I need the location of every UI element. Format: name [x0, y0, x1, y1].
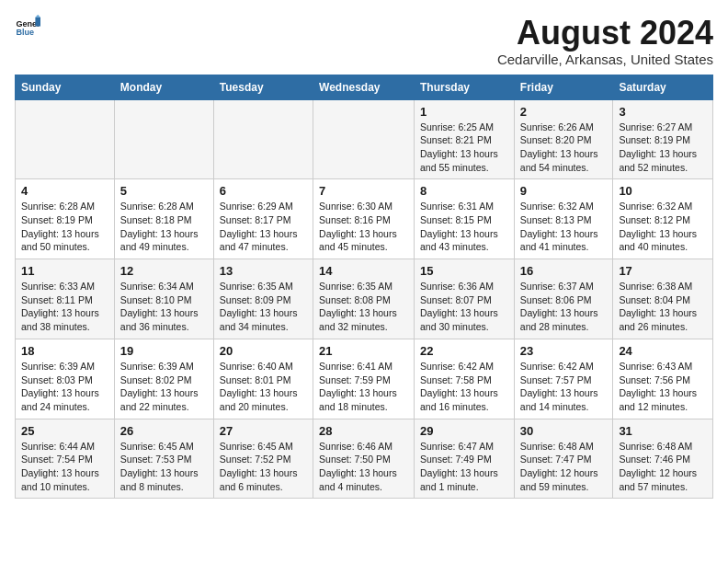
calendar-cell: 26Sunrise: 6:45 AM Sunset: 7:53 PM Dayli…	[114, 419, 213, 499]
calendar-cell: 29Sunrise: 6:47 AM Sunset: 7:49 PM Dayli…	[415, 419, 515, 499]
calendar-cell	[313, 99, 415, 179]
calendar-cell: 21Sunrise: 6:41 AM Sunset: 7:59 PM Dayli…	[313, 339, 415, 419]
cell-info: Sunrise: 6:31 AM Sunset: 8:15 PM Dayligh…	[420, 200, 508, 254]
calendar-cell: 14Sunrise: 6:35 AM Sunset: 8:08 PM Dayli…	[313, 259, 415, 339]
calendar-cell	[114, 99, 213, 179]
cell-date: 5	[120, 184, 208, 198]
cell-info: Sunrise: 6:32 AM Sunset: 8:12 PM Dayligh…	[619, 200, 707, 254]
cell-info: Sunrise: 6:28 AM Sunset: 8:18 PM Dayligh…	[120, 200, 208, 254]
cell-date: 11	[21, 264, 108, 278]
cell-date: 2	[520, 105, 608, 119]
calendar-cell: 8Sunrise: 6:31 AM Sunset: 8:15 PM Daylig…	[415, 179, 515, 259]
cell-date: 7	[319, 184, 408, 198]
calendar-cell: 4Sunrise: 6:28 AM Sunset: 8:19 PM Daylig…	[16, 179, 115, 259]
column-header-monday: Monday	[114, 75, 213, 99]
main-title: August 2024	[497, 15, 713, 52]
calendar-cell: 27Sunrise: 6:45 AM Sunset: 7:52 PM Dayli…	[213, 419, 313, 499]
cell-info: Sunrise: 6:26 AM Sunset: 8:20 PM Dayligh…	[520, 121, 608, 175]
cell-info: Sunrise: 6:48 AM Sunset: 7:46 PM Dayligh…	[619, 440, 707, 494]
cell-info: Sunrise: 6:35 AM Sunset: 8:08 PM Dayligh…	[319, 280, 408, 334]
cell-info: Sunrise: 6:29 AM Sunset: 8:17 PM Dayligh…	[220, 200, 307, 254]
column-header-friday: Friday	[514, 75, 613, 99]
calendar-cell: 3Sunrise: 6:27 AM Sunset: 8:19 PM Daylig…	[613, 99, 713, 179]
calendar-cell: 28Sunrise: 6:46 AM Sunset: 7:50 PM Dayli…	[313, 419, 415, 499]
cell-date: 23	[520, 344, 608, 358]
calendar-cell: 25Sunrise: 6:44 AM Sunset: 7:54 PM Dayli…	[16, 419, 115, 499]
cell-date: 28	[319, 424, 408, 438]
cell-info: Sunrise: 6:45 AM Sunset: 7:52 PM Dayligh…	[220, 440, 307, 494]
cell-info: Sunrise: 6:42 AM Sunset: 7:57 PM Dayligh…	[520, 360, 608, 414]
calendar-cell: 12Sunrise: 6:34 AM Sunset: 8:10 PM Dayli…	[114, 259, 213, 339]
cell-info: Sunrise: 6:27 AM Sunset: 8:19 PM Dayligh…	[619, 121, 707, 175]
column-header-thursday: Thursday	[415, 75, 515, 99]
cell-info: Sunrise: 6:30 AM Sunset: 8:16 PM Dayligh…	[319, 200, 408, 254]
cell-date: 29	[420, 424, 508, 438]
calendar-cell: 19Sunrise: 6:39 AM Sunset: 8:02 PM Dayli…	[114, 339, 213, 419]
cell-date: 16	[520, 264, 608, 278]
cell-date: 8	[420, 184, 508, 198]
page-header: General Blue August 2024 Cedarville, Ark…	[15, 15, 713, 67]
cell-date: 1	[420, 105, 508, 119]
calendar-cell	[16, 99, 115, 179]
cell-info: Sunrise: 6:39 AM Sunset: 8:02 PM Dayligh…	[120, 360, 208, 414]
cell-date: 21	[319, 344, 408, 358]
calendar-cell	[213, 99, 313, 179]
cell-info: Sunrise: 6:32 AM Sunset: 8:13 PM Dayligh…	[520, 200, 608, 254]
calendar-cell: 18Sunrise: 6:39 AM Sunset: 8:03 PM Dayli…	[16, 339, 115, 419]
cell-info: Sunrise: 6:25 AM Sunset: 8:21 PM Dayligh…	[420, 121, 508, 175]
calendar-cell: 23Sunrise: 6:42 AM Sunset: 7:57 PM Dayli…	[514, 339, 613, 419]
cell-info: Sunrise: 6:35 AM Sunset: 8:09 PM Dayligh…	[220, 280, 307, 334]
cell-date: 19	[120, 344, 208, 358]
calendar-cell: 9Sunrise: 6:32 AM Sunset: 8:13 PM Daylig…	[514, 179, 613, 259]
cell-date: 15	[420, 264, 508, 278]
cell-info: Sunrise: 6:45 AM Sunset: 7:53 PM Dayligh…	[120, 440, 208, 494]
calendar-cell: 31Sunrise: 6:48 AM Sunset: 7:46 PM Dayli…	[613, 419, 713, 499]
cell-date: 14	[319, 264, 408, 278]
calendar-cell: 20Sunrise: 6:40 AM Sunset: 8:01 PM Dayli…	[213, 339, 313, 419]
cell-date: 13	[220, 264, 307, 278]
cell-info: Sunrise: 6:42 AM Sunset: 7:58 PM Dayligh…	[420, 360, 508, 414]
cell-info: Sunrise: 6:44 AM Sunset: 7:54 PM Dayligh…	[21, 440, 108, 494]
logo-icon: General Blue	[15, 15, 40, 40]
cell-info: Sunrise: 6:48 AM Sunset: 7:47 PM Dayligh…	[520, 440, 608, 494]
calendar-cell: 15Sunrise: 6:36 AM Sunset: 8:07 PM Dayli…	[415, 259, 515, 339]
calendar-cell: 11Sunrise: 6:33 AM Sunset: 8:11 PM Dayli…	[16, 259, 115, 339]
cell-date: 6	[220, 184, 307, 198]
column-header-wednesday: Wednesday	[313, 75, 415, 99]
svg-marker-2	[35, 17, 40, 27]
calendar-cell: 17Sunrise: 6:38 AM Sunset: 8:04 PM Dayli…	[613, 259, 713, 339]
cell-info: Sunrise: 6:47 AM Sunset: 7:49 PM Dayligh…	[420, 440, 508, 494]
calendar-cell: 13Sunrise: 6:35 AM Sunset: 8:09 PM Dayli…	[213, 259, 313, 339]
cell-date: 12	[120, 264, 208, 278]
column-header-sunday: Sunday	[16, 75, 115, 99]
cell-date: 22	[420, 344, 508, 358]
cell-date: 31	[619, 424, 707, 438]
cell-info: Sunrise: 6:41 AM Sunset: 7:59 PM Dayligh…	[319, 360, 408, 414]
svg-marker-3	[35, 15, 40, 17]
column-header-tuesday: Tuesday	[213, 75, 313, 99]
cell-date: 3	[619, 105, 707, 119]
cell-date: 25	[21, 424, 108, 438]
calendar-cell: 22Sunrise: 6:42 AM Sunset: 7:58 PM Dayli…	[415, 339, 515, 419]
cell-date: 10	[619, 184, 707, 198]
cell-date: 4	[21, 184, 108, 198]
calendar-cell: 24Sunrise: 6:43 AM Sunset: 7:56 PM Dayli…	[613, 339, 713, 419]
cell-date: 26	[120, 424, 208, 438]
cell-date: 17	[619, 264, 707, 278]
calendar-cell: 7Sunrise: 6:30 AM Sunset: 8:16 PM Daylig…	[313, 179, 415, 259]
cell-date: 27	[220, 424, 307, 438]
cell-info: Sunrise: 6:36 AM Sunset: 8:07 PM Dayligh…	[420, 280, 508, 334]
title-area: August 2024 Cedarville, Arkansas, United…	[497, 15, 713, 67]
column-header-saturday: Saturday	[613, 75, 713, 99]
calendar-cell: 5Sunrise: 6:28 AM Sunset: 8:18 PM Daylig…	[114, 179, 213, 259]
cell-date: 18	[21, 344, 108, 358]
cell-date: 9	[520, 184, 608, 198]
cell-info: Sunrise: 6:40 AM Sunset: 8:01 PM Dayligh…	[220, 360, 307, 414]
cell-date: 24	[619, 344, 707, 358]
subtitle: Cedarville, Arkansas, United States	[497, 52, 713, 67]
cell-info: Sunrise: 6:33 AM Sunset: 8:11 PM Dayligh…	[21, 280, 108, 334]
calendar-table: SundayMondayTuesdayWednesdayThursdayFrid…	[15, 75, 713, 500]
calendar-cell: 30Sunrise: 6:48 AM Sunset: 7:47 PM Dayli…	[514, 419, 613, 499]
logo: General Blue	[15, 15, 40, 40]
cell-info: Sunrise: 6:34 AM Sunset: 8:10 PM Dayligh…	[120, 280, 208, 334]
